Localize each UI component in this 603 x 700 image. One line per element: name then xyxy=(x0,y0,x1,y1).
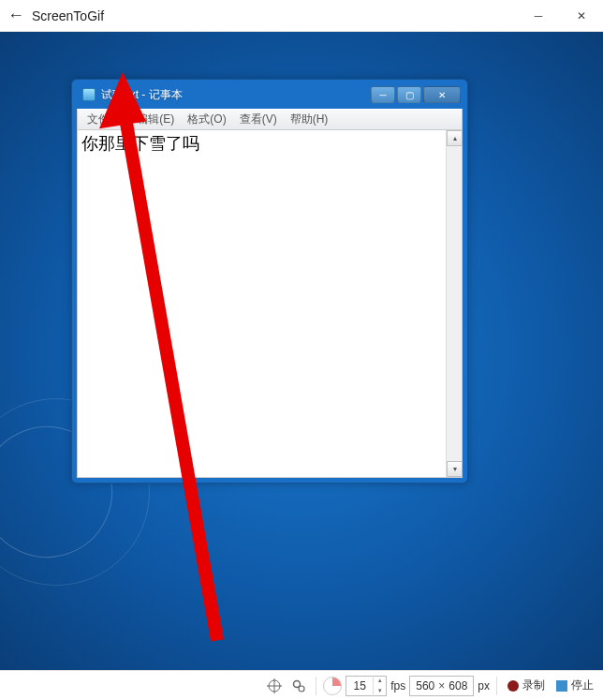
menu-edit[interactable]: 编辑(E) xyxy=(137,112,174,127)
dimensions-input[interactable]: 560 × 608 xyxy=(409,676,474,696)
fps-down[interactable]: ▾ xyxy=(374,686,386,696)
capture-area: 试验.txt - 记事本 ─ ▢ ✕ 文件(F) 编辑(E) 格式(O) 查看(… xyxy=(0,32,603,670)
record-icon xyxy=(507,680,519,692)
notepad-maximize-button[interactable]: ▢ xyxy=(397,86,421,103)
back-button[interactable]: ← xyxy=(0,6,32,25)
recorder-toolbar: 15 ▴▾ fps 560 × 608 px 录制 停止 xyxy=(0,670,603,700)
buffer-pie-icon[interactable] xyxy=(323,677,342,695)
stop-label: 停止 xyxy=(571,678,594,693)
stop-button[interactable]: 停止 xyxy=(552,678,597,693)
menu-help[interactable]: 帮助(H) xyxy=(290,112,329,127)
notepad-titlebar[interactable]: 试验.txt - 记事本 ─ ▢ ✕ xyxy=(77,84,463,109)
fps-stepper[interactable]: ▴▾ xyxy=(373,676,386,696)
fps-label: fps xyxy=(390,679,405,693)
fps-input[interactable]: 15 ▴▾ xyxy=(346,676,387,696)
menu-view[interactable]: 查看(V) xyxy=(240,112,277,127)
svg-point-6 xyxy=(299,686,304,692)
notepad-close-button[interactable]: ✕ xyxy=(423,86,461,103)
app-title: ScreenToGif xyxy=(32,8,104,23)
record-label: 录制 xyxy=(522,678,545,693)
crosshair-icon[interactable] xyxy=(264,676,285,696)
notepad-content-area: 你那里下雪了吗 ▴ ▾ xyxy=(77,129,463,478)
separator xyxy=(496,677,497,695)
dimension-separator: × xyxy=(438,679,445,693)
scroll-down-button[interactable]: ▾ xyxy=(447,461,463,477)
notepad-minimize-button[interactable]: ─ xyxy=(371,86,395,103)
gear-icon[interactable] xyxy=(288,676,309,696)
stop-icon xyxy=(556,680,567,692)
notepad-icon xyxy=(82,88,96,101)
fps-value[interactable]: 15 xyxy=(346,679,373,693)
notepad-menubar: 文件(F) 编辑(E) 格式(O) 查看(V) 帮助(H) xyxy=(77,109,463,129)
svg-point-5 xyxy=(294,680,301,687)
menu-format[interactable]: 格式(O) xyxy=(187,112,226,127)
fps-up[interactable]: ▴ xyxy=(374,676,386,686)
close-button[interactable]: ✕ xyxy=(560,4,603,28)
notepad-scrollbar[interactable]: ▴ ▾ xyxy=(446,130,462,477)
notepad-window-controls: ─ ▢ ✕ xyxy=(371,86,461,103)
separator xyxy=(316,677,316,695)
height-value[interactable]: 608 xyxy=(449,679,467,693)
px-label: px xyxy=(478,679,490,693)
record-button[interactable]: 录制 xyxy=(504,678,549,693)
scroll-up-button[interactable]: ▴ xyxy=(447,130,463,146)
app-window-controls: ─ ✕ xyxy=(517,4,603,28)
menu-file[interactable]: 文件(F) xyxy=(87,112,124,127)
minimize-button[interactable]: ─ xyxy=(517,4,560,28)
notepad-window[interactable]: 试验.txt - 记事本 ─ ▢ ✕ 文件(F) 编辑(E) 格式(O) 查看(… xyxy=(71,79,468,484)
app-titlebar: ← ScreenToGif ─ ✕ xyxy=(0,0,603,32)
width-value[interactable]: 560 xyxy=(416,679,434,693)
notepad-text[interactable]: 你那里下雪了吗 xyxy=(78,130,446,477)
notepad-window-title: 试验.txt - 记事本 xyxy=(101,87,183,103)
